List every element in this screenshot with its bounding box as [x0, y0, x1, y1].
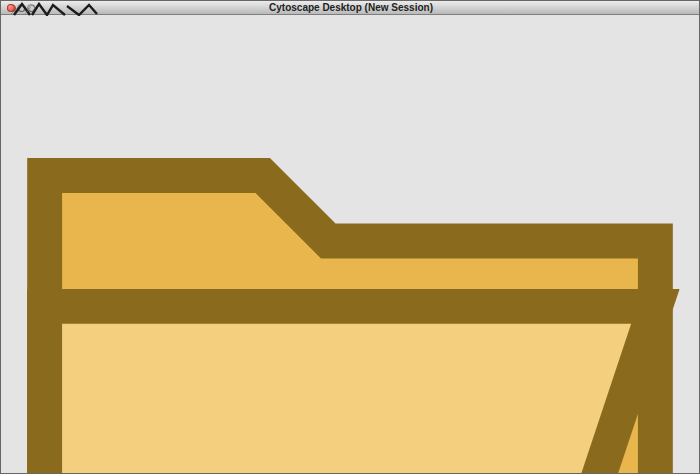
background-network-sketch	[11, 2, 101, 16]
main-toolbar: Search: ▼	[1, 1, 699, 474]
open-session-icon[interactable]	[1, 1, 699, 474]
window-titlebar[interactable]: Cytoscape Desktop (New Session)	[1, 1, 700, 15]
window-title: Cytoscape Desktop (New Session)	[1, 2, 700, 13]
cytoscape-app-window: Cytoscape Desktop (New Session) Search: …	[0, 0, 700, 474]
